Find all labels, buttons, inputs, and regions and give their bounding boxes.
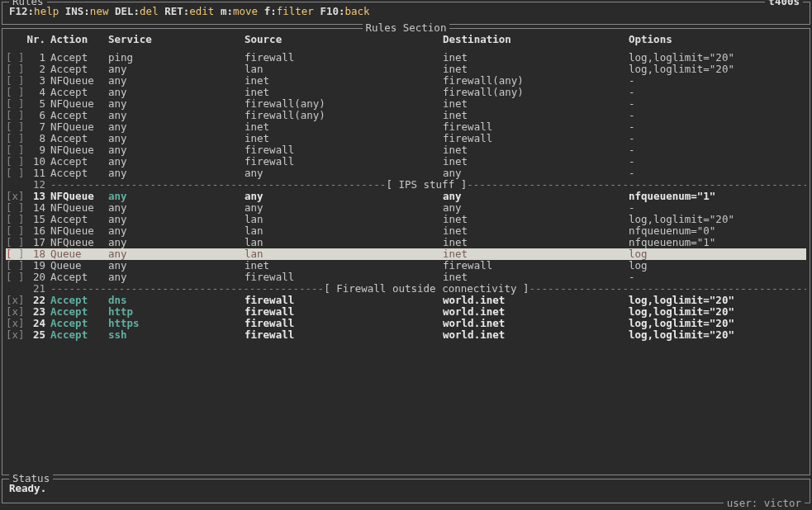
rule-service: http xyxy=(108,306,245,318)
table-row[interactable]: [ ]9NFQueueanyfirewallinet- xyxy=(6,144,806,156)
hotkey-bar: F12:help INS:new DEL:del RET:edit m:move… xyxy=(6,4,806,19)
table-row[interactable]: [ ]15Acceptanylaninetlog,loglimit="20" xyxy=(6,214,806,225)
selection-mark[interactable]: [ ] xyxy=(6,214,26,225)
selection-mark[interactable]: [ ] xyxy=(6,87,26,98)
rule-source: firewall xyxy=(245,295,443,306)
table-row[interactable]: [ ]2Acceptanylaninetlog,loglimit="20" xyxy=(6,64,806,75)
rule-destination: inet xyxy=(443,272,629,283)
selection-mark[interactable]: [x] xyxy=(6,295,26,306)
rule-service: any xyxy=(108,248,245,260)
table-row[interactable]: [ ]19Queueanyinetfirewalllog xyxy=(6,260,806,272)
table-row[interactable]: [ ]20Acceptanyfirewallinet- xyxy=(6,272,806,283)
selection-mark[interactable]: [ ] xyxy=(6,202,26,214)
selection-mark[interactable]: [ ] xyxy=(6,168,26,179)
rule-nr: 7 xyxy=(26,121,50,133)
table-row[interactable]: [ ]11Acceptanyanyany- xyxy=(6,168,806,179)
rule-options: - xyxy=(629,87,806,98)
selection-mark[interactable]: [ ] xyxy=(6,64,26,75)
rule-service: https xyxy=(108,318,245,329)
table-row[interactable]: [ ]16NFQueueanylaninetnfqueuenum="0" xyxy=(6,225,806,237)
rule-nr: 3 xyxy=(26,75,50,87)
selection-mark[interactable]: [ ] xyxy=(6,98,26,110)
rule-options: nfqueuenum="1" xyxy=(629,237,806,248)
selection-mark[interactable]: [ ] xyxy=(6,272,26,283)
selection-mark[interactable]: [ ] xyxy=(6,248,26,260)
rule-source: lan xyxy=(245,64,443,75)
table-row[interactable]: [ ]5NFQueueanyfirewall(any)inet- xyxy=(6,98,806,110)
table-row[interactable]: [ ]3NFQueueanyinetfirewall(any)- xyxy=(6,75,806,87)
selection-mark[interactable]: [x] xyxy=(6,191,26,202)
rules-section-box: Rules Section Nr. Action Service Source … xyxy=(2,28,810,475)
rule-action: Accept xyxy=(50,329,108,341)
table-row[interactable]: [ ]8Acceptanyinetfirewall- xyxy=(6,133,806,144)
rule-source: any xyxy=(245,191,443,202)
table-row[interactable]: [ ]18Queueanylaninetlog xyxy=(6,248,806,260)
selection-mark[interactable]: [x] xyxy=(6,329,26,341)
rule-destination: any xyxy=(443,191,629,202)
table-row[interactable]: [ ]14NFQueueanyanyany- xyxy=(6,202,806,214)
hotkey-action[interactable]: move xyxy=(233,5,258,17)
hotkey-action[interactable]: back xyxy=(345,5,370,17)
rule-destination: firewall xyxy=(443,133,629,144)
rules-list[interactable]: [ ]1Acceptpingfirewallinetlog,loglimit="… xyxy=(6,52,806,341)
table-row[interactable]: [x]25Acceptsshfirewallworld.inetlog,logl… xyxy=(6,329,806,341)
section-divider: 21 -------------------------------------… xyxy=(6,283,806,295)
rule-destination: inet xyxy=(443,144,629,156)
selection-mark[interactable]: [ ] xyxy=(6,75,26,87)
rule-action: Accept xyxy=(50,272,108,283)
rule-options: log,loglimit="20" xyxy=(629,306,806,318)
rule-nr: 4 xyxy=(26,87,50,98)
rule-nr: 2 xyxy=(26,64,50,75)
rule-destination: world.inet xyxy=(443,295,629,306)
hotkey-action[interactable]: edit xyxy=(189,5,214,17)
rule-options: - xyxy=(629,144,806,156)
table-row[interactable]: [ ]6Acceptanyfirewall(any)inet- xyxy=(6,110,806,121)
table-row[interactable]: [x]24Accepthttpsfirewallworld.inetlog,lo… xyxy=(6,318,806,329)
hotkey-action[interactable]: del xyxy=(140,5,159,17)
status-box: Status Ready. user: victor xyxy=(2,479,810,503)
header-title: Rules xyxy=(9,0,47,7)
rule-options: - xyxy=(629,110,806,121)
rule-action: Accept xyxy=(50,168,108,179)
rule-service: dns xyxy=(108,295,245,306)
status-text: Ready. xyxy=(6,481,806,496)
selection-mark[interactable]: [ ] xyxy=(6,225,26,237)
selection-mark[interactable]: [ ] xyxy=(6,156,26,168)
table-row[interactable]: [ ]17NFQueueanylaninetnfqueuenum="1" xyxy=(6,237,806,248)
selection-mark[interactable]: [x] xyxy=(6,306,26,318)
table-row[interactable]: [ ]7NFQueueanyinetfirewall- xyxy=(6,121,806,133)
table-row[interactable]: [ ]1Acceptpingfirewallinetlog,loglimit="… xyxy=(6,52,806,64)
rule-destination: world.inet xyxy=(443,318,629,329)
table-row[interactable]: [x]22Acceptdnsfirewallworld.inetlog,logl… xyxy=(6,295,806,306)
selection-mark[interactable]: [ ] xyxy=(6,237,26,248)
selection-mark[interactable]: [x] xyxy=(6,318,26,329)
selection-mark[interactable]: [ ] xyxy=(6,144,26,156)
user-label: user: victor xyxy=(724,498,805,509)
rule-options: log,loglimit="20" xyxy=(629,52,806,64)
rule-service: any xyxy=(108,156,245,168)
selection-mark[interactable]: [ ] xyxy=(6,52,26,64)
hotkey-action[interactable]: filter xyxy=(277,5,314,17)
rule-service: any xyxy=(108,64,245,75)
rule-service: ssh xyxy=(108,329,245,341)
rule-destination: any xyxy=(443,202,629,214)
rule-options: - xyxy=(629,202,806,214)
hotkey-action[interactable]: new xyxy=(90,5,109,17)
rule-nr: 22 xyxy=(26,295,50,306)
rule-options: log,loglimit="20" xyxy=(629,295,806,306)
selection-mark[interactable]: [ ] xyxy=(6,133,26,144)
table-row[interactable]: [ ]4Acceptanyinetfirewall(any)- xyxy=(6,87,806,98)
table-row[interactable]: [ ]10Acceptanyfirewallinet- xyxy=(6,156,806,168)
rule-action: NFQueue xyxy=(50,202,108,214)
table-row[interactable]: [x]23Accepthttpfirewallworld.inetlog,log… xyxy=(6,306,806,318)
rule-source: inet xyxy=(245,87,443,98)
selection-mark[interactable]: [ ] xyxy=(6,121,26,133)
table-row[interactable]: [x]13NFQueueanyanyanynfqueuenum="1" xyxy=(6,191,806,202)
selection-mark[interactable]: [ ] xyxy=(6,260,26,272)
rule-source: firewall xyxy=(245,306,443,318)
rule-service: any xyxy=(108,214,245,225)
rule-options: log,loglimit="20" xyxy=(629,329,806,341)
selection-mark[interactable]: [ ] xyxy=(6,110,26,121)
rule-options: log,loglimit="20" xyxy=(629,318,806,329)
rule-source: any xyxy=(245,168,443,179)
